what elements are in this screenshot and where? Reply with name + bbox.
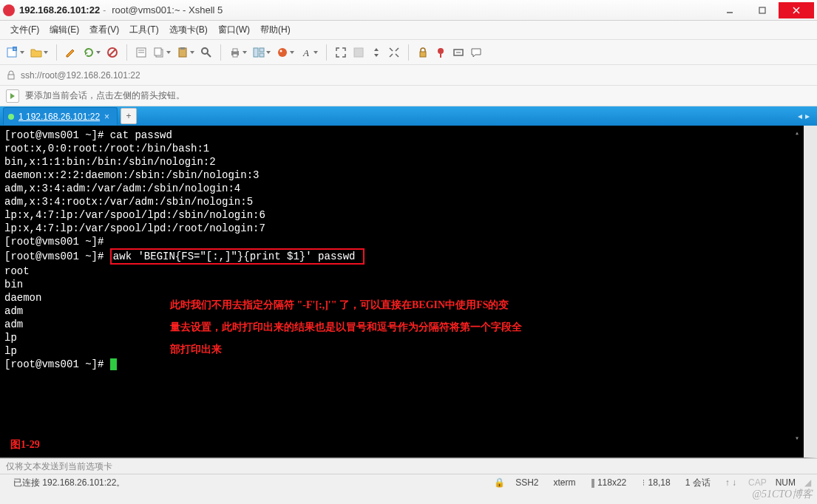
address-bar: ssh://root@192.168.26.101:22 bbox=[0, 65, 817, 86]
scroll-up-icon[interactable]: ▴ bbox=[792, 127, 802, 137]
marker-icon[interactable] bbox=[433, 44, 449, 61]
menu-edit[interactable]: 编辑(E) bbox=[45, 22, 84, 38]
svg-point-24 bbox=[278, 48, 287, 57]
terminal-line: [root@vms001 ~]# bbox=[4, 235, 799, 248]
titlebar: 192.168.26.101:22 - root@vms001:~ - Xshe… bbox=[0, 0, 817, 21]
terminal-line: root:x,0:0:root:/root:/bin/bash:1 bbox=[4, 142, 799, 155]
svg-rect-15 bbox=[180, 47, 185, 50]
terminal-line: bin bbox=[4, 278, 799, 291]
tab-label: 1 192.168.26.101:22 bbox=[18, 112, 100, 122]
expand-icon[interactable] bbox=[386, 44, 402, 61]
terminal[interactable]: [root@vms001 ~]# cat passwd root:x,0:0:r… bbox=[0, 126, 817, 458]
layout-icon[interactable] bbox=[251, 44, 267, 61]
tabstrip: 1 192.168.26.101:22 × + ◂ ▸ bbox=[0, 106, 817, 126]
tab-prev-icon[interactable]: ◂ bbox=[798, 111, 802, 121]
terminal-line: daemon:x:2:2:daemon:/sbin:/sbin/nologin:… bbox=[4, 168, 799, 182]
svg-rect-13 bbox=[155, 48, 161, 55]
terminal-line: [root@vms001 ~]# cat passwd bbox=[4, 129, 799, 142]
vscroll-icon[interactable] bbox=[368, 44, 384, 61]
svg-rect-19 bbox=[233, 49, 237, 52]
svg-point-16 bbox=[202, 48, 208, 54]
open-icon[interactable] bbox=[28, 44, 44, 61]
scroll-down-icon[interactable]: ▾ bbox=[792, 432, 802, 443]
address-url[interactable]: ssh://root@192.168.26.101:22 bbox=[21, 70, 140, 81]
new-tab-button[interactable]: + bbox=[121, 108, 137, 124]
svg-rect-27 bbox=[354, 48, 363, 57]
maximize-button[interactable] bbox=[746, 2, 779, 18]
fit-icon[interactable] bbox=[450, 44, 467, 61]
window-title-tail: root@vms001:~ - Xshell 5 bbox=[112, 4, 223, 16]
svg-text:A: A bbox=[302, 47, 309, 58]
lock-icon bbox=[6, 70, 16, 81]
toolbar-separator bbox=[326, 44, 327, 61]
status-pos: ⸽ 18,18 bbox=[634, 477, 677, 488]
status-term: xterm bbox=[546, 477, 583, 488]
toolbar: + A bbox=[0, 40, 817, 65]
hint-text: 要添加当前会话，点击左侧的箭头按钮。 bbox=[25, 89, 185, 102]
status-size: ‖ 118x22 bbox=[583, 477, 634, 488]
svg-point-29 bbox=[438, 48, 444, 54]
menu-view[interactable]: 查看(V) bbox=[85, 22, 123, 38]
font-icon[interactable]: A bbox=[298, 44, 314, 61]
terminal-line: lp:x,4:7:lp:/var/spool/lpd:/sbin/nologin… bbox=[4, 208, 799, 222]
svg-rect-23 bbox=[260, 53, 264, 57]
menu-tools[interactable]: 工具(T) bbox=[125, 22, 163, 38]
edit-icon[interactable] bbox=[63, 44, 79, 61]
title-separator: - bbox=[103, 5, 106, 16]
menu-tab[interactable]: 选项卡(B) bbox=[165, 22, 212, 38]
print-icon[interactable] bbox=[227, 44, 243, 61]
close-button[interactable] bbox=[779, 2, 814, 18]
connection-status-dot-icon bbox=[8, 114, 14, 120]
add-session-arrow-icon[interactable] bbox=[6, 89, 19, 103]
fullscreen-icon[interactable] bbox=[333, 44, 349, 61]
svg-rect-1 bbox=[759, 7, 765, 13]
find-icon[interactable] bbox=[198, 44, 214, 61]
menubar: 文件(F) 编辑(E) 查看(V) 工具(T) 选项卡(B) 窗口(W) 帮助(… bbox=[0, 21, 817, 40]
menu-help[interactable]: 帮助(H) bbox=[256, 22, 295, 38]
highlighted-command: awk 'BEGIN{FS="[:,]"}{print $1}' passwd bbox=[110, 248, 365, 265]
lockscroll-icon[interactable] bbox=[415, 44, 431, 61]
disconnect-icon[interactable] bbox=[104, 44, 121, 61]
tab-close-icon[interactable]: × bbox=[104, 112, 109, 122]
status-updown-icon[interactable]: ↑ ↓ bbox=[718, 477, 744, 488]
svg-rect-31 bbox=[8, 75, 14, 79]
paste-icon[interactable] bbox=[174, 44, 191, 61]
chat-icon[interactable] bbox=[468, 44, 484, 61]
toolbar-separator bbox=[408, 44, 409, 61]
resize-grip-icon[interactable]: ◢ bbox=[800, 477, 811, 488]
properties-icon[interactable] bbox=[133, 44, 149, 61]
tab-next-icon[interactable]: ▸ bbox=[805, 111, 810, 121]
svg-rect-20 bbox=[233, 54, 237, 57]
svg-line-17 bbox=[207, 53, 211, 57]
svg-rect-21 bbox=[254, 48, 258, 57]
ssh-icon: 🔒 bbox=[494, 477, 505, 488]
terminal-line: bin,x:1:1:bin:/bin:/sbin/nologin:2 bbox=[4, 155, 799, 168]
reconnect-icon[interactable] bbox=[81, 44, 97, 61]
window-title-host: 192.168.26.101:22 bbox=[19, 4, 100, 16]
toolbar-separator bbox=[220, 44, 221, 61]
copy-icon[interactable] bbox=[151, 44, 167, 61]
annotation-text: 此时我们不用去指定分隔符 "-F'[:,]'" 了，可以直接在BEGIN中使用F… bbox=[170, 294, 614, 361]
menu-file[interactable]: 文件(F) bbox=[6, 22, 44, 38]
new-session-icon[interactable]: + bbox=[4, 44, 21, 61]
svg-line-8 bbox=[109, 50, 115, 55]
transparency-icon[interactable] bbox=[350, 44, 367, 61]
status-bar: 已连接 192.168.26.101:22。 🔒 SSH2 xterm ‖ 11… bbox=[0, 474, 817, 491]
status-sess: 1 会话 bbox=[678, 477, 718, 489]
cursor-icon bbox=[110, 358, 117, 370]
figure-label: 图1-29 bbox=[10, 438, 40, 452]
menu-window[interactable]: 窗口(W) bbox=[214, 22, 254, 38]
send-bar[interactable]: 仅将文本发送到当前选项卡 bbox=[0, 458, 817, 474]
status-caps: CAP bbox=[744, 477, 771, 488]
toolbar-separator bbox=[126, 44, 127, 61]
terminal-line: root bbox=[4, 265, 799, 278]
svg-rect-28 bbox=[420, 52, 426, 57]
app-icon bbox=[3, 4, 15, 16]
status-num: NUM bbox=[771, 477, 800, 488]
status-conn: 已连接 192.168.26.101:22。 bbox=[6, 477, 132, 489]
session-tab[interactable]: 1 192.168.26.101:22 × bbox=[3, 107, 118, 125]
svg-text:+: + bbox=[13, 47, 16, 51]
minimize-button[interactable] bbox=[713, 2, 746, 18]
terminal-line: lp:x,4:7:lp:/var/spool/lpd:/root/nologin… bbox=[4, 222, 799, 235]
color-icon[interactable] bbox=[274, 44, 291, 61]
